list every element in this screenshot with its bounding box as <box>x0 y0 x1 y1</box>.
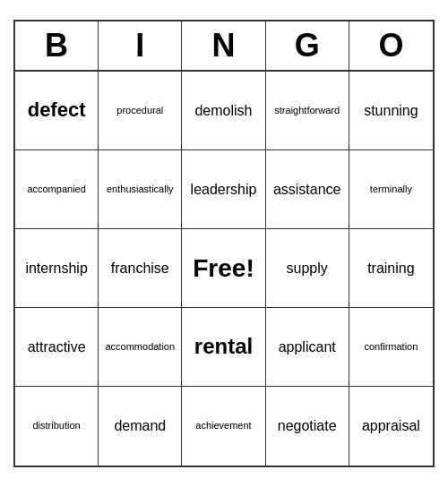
cell-text: accompanied <box>27 184 85 195</box>
bingo-cell: terminally <box>349 150 433 229</box>
bingo-cell: confirmation <box>349 308 433 387</box>
cell-text: supply <box>287 260 328 277</box>
header-letter: I <box>99 21 182 70</box>
bingo-cell: internship <box>15 229 99 308</box>
cell-text: enthusiastically <box>107 184 174 195</box>
cell-text: Free! <box>193 253 254 284</box>
bingo-cell: appraisal <box>349 387 433 466</box>
bingo-cell: procedural <box>99 72 182 150</box>
bingo-cell: demolish <box>182 72 265 150</box>
bingo-cell: distribution <box>15 387 99 466</box>
bingo-header: BINGO <box>15 21 433 72</box>
bingo-cell: defect <box>15 72 99 150</box>
bingo-cell: stunning <box>349 72 433 150</box>
cell-text: demand <box>114 417 166 434</box>
cell-text: training <box>367 260 414 277</box>
bingo-grid: defectproceduraldemolishstraightforwards… <box>15 72 433 466</box>
cell-text: stunning <box>364 102 418 119</box>
cell-text: achievement <box>195 420 251 431</box>
bingo-cell: accommodation <box>99 308 182 387</box>
bingo-cell: applicant <box>266 308 349 387</box>
cell-text: assistance <box>273 181 341 198</box>
bingo-cell: assistance <box>266 150 349 229</box>
bingo-cell: franchise <box>99 229 182 308</box>
bingo-cell: achievement <box>182 387 265 466</box>
bingo-cell: training <box>349 229 433 308</box>
cell-text: attractive <box>28 338 86 355</box>
cell-text: negotiate <box>278 417 337 434</box>
bingo-cell: Free! <box>182 229 265 308</box>
header-letter: G <box>266 21 349 70</box>
cell-text: defect <box>28 98 86 122</box>
cell-text: rental <box>194 334 253 360</box>
cell-text: terminally <box>370 184 412 195</box>
bingo-cell: enthusiastically <box>99 150 182 229</box>
bingo-cell: straightforward <box>266 72 349 150</box>
cell-text: internship <box>25 260 87 277</box>
bingo-cell: negotiate <box>266 387 349 466</box>
cell-text: leadership <box>191 181 257 198</box>
header-letter: N <box>182 21 265 70</box>
bingo-cell: accompanied <box>15 150 99 229</box>
cell-text: accommodation <box>105 341 175 353</box>
bingo-cell: supply <box>266 229 349 308</box>
bingo-cell: leadership <box>182 150 265 229</box>
bingo-cell: demand <box>99 387 182 466</box>
cell-text: straightforward <box>274 105 340 116</box>
cell-text: confirmation <box>364 341 418 353</box>
header-letter: O <box>349 21 433 70</box>
cell-text: demolish <box>194 102 252 119</box>
cell-text: franchise <box>111 260 169 277</box>
bingo-cell: rental <box>182 308 265 387</box>
cell-text: procedural <box>116 105 163 116</box>
bingo-cell: attractive <box>15 308 99 387</box>
bingo-card: BINGO defectproceduraldemolishstraightfo… <box>13 20 435 467</box>
header-letter: B <box>15 21 99 70</box>
cell-text: applicant <box>279 338 336 355</box>
cell-text: appraisal <box>362 417 420 434</box>
cell-text: distribution <box>32 420 80 431</box>
